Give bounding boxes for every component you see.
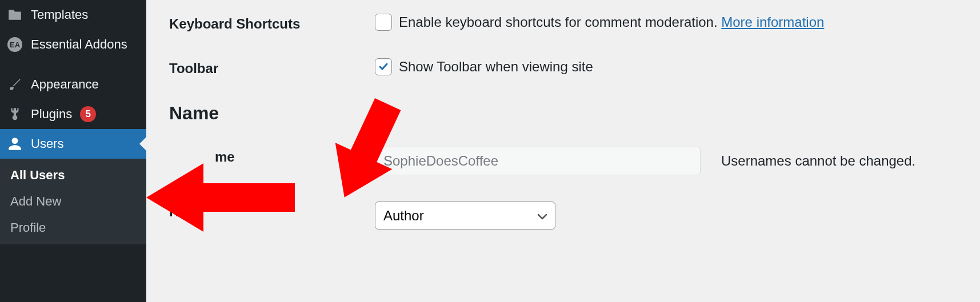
menu-plugins[interactable]: Plugins 5: [0, 99, 146, 129]
users-submenu: All Users Add New Profile: [0, 159, 146, 244]
menu-label: Essential Addons: [31, 37, 127, 52]
role-row: Role Author: [169, 202, 957, 229]
role-label: Role: [169, 202, 375, 220]
menu-essential-addons[interactable]: EA Essential Addons: [0, 30, 146, 59]
svg-text:EA: EA: [10, 41, 21, 49]
username-helper: Usernames cannot be changed.: [721, 153, 915, 169]
submenu-all-users[interactable]: All Users: [0, 162, 146, 188]
username-label: me: [169, 147, 375, 165]
toolbar-checkbox[interactable]: [375, 58, 392, 75]
menu-label: Templates: [31, 7, 88, 22]
plugins-badge: 5: [80, 106, 96, 122]
page-content: Keyboard Shortcuts Enable keyboard short…: [146, 0, 980, 302]
more-information-link[interactable]: More information: [721, 14, 824, 30]
username-input: [375, 147, 701, 175]
menu-label: Appearance: [31, 77, 99, 92]
keyboard-shortcuts-checkbox[interactable]: [375, 14, 392, 31]
keyboard-shortcuts-row: Keyboard Shortcuts Enable keyboard short…: [169, 14, 957, 32]
submenu-profile[interactable]: Profile: [0, 215, 146, 241]
menu-users[interactable]: Users: [0, 129, 146, 159]
toolbar-label: Toolbar: [169, 58, 375, 76]
user-icon: [7, 136, 23, 152]
toolbar-checkbox-text: Show Toolbar when viewing site: [399, 59, 593, 75]
role-select[interactable]: Author: [375, 202, 555, 229]
menu-label: Plugins: [31, 107, 72, 122]
menu-templates[interactable]: Templates: [0, 0, 146, 30]
brush-icon: [7, 76, 23, 92]
menu-label: Users: [31, 136, 63, 151]
username-row: me Usernames cannot be changed.: [169, 147, 957, 175]
ea-icon: EA: [7, 37, 23, 53]
menu-appearance[interactable]: Appearance: [0, 70, 146, 99]
submenu-add-new[interactable]: Add New: [0, 188, 146, 215]
keyboard-shortcuts-label: Keyboard Shortcuts: [169, 14, 375, 32]
name-heading: Name: [169, 103, 957, 124]
plug-icon: [7, 106, 23, 122]
admin-sidebar: Templates EA Essential Addons Appearance…: [0, 0, 146, 302]
keyboard-shortcuts-text: Enable keyboard shortcuts for comment mo…: [399, 14, 824, 30]
folder-icon: [7, 7, 23, 23]
toolbar-row: Toolbar Show Toolbar when viewing site: [169, 58, 957, 76]
